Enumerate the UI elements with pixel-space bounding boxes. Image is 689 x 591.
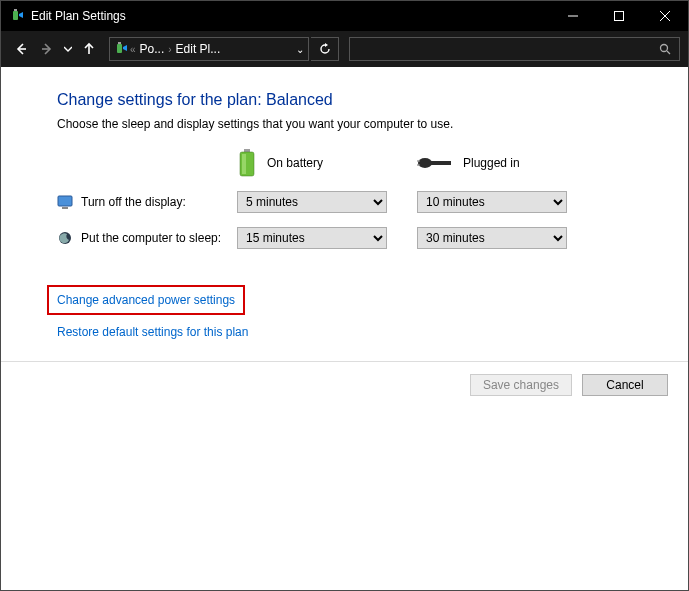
svg-rect-1	[14, 9, 17, 11]
svg-rect-10	[118, 42, 121, 44]
svg-rect-13	[244, 149, 250, 152]
titlebar: Edit Plan Settings	[1, 1, 688, 31]
settings-grid: On battery Plugged in Turn off the displ…	[57, 149, 672, 249]
app-icon	[9, 8, 25, 24]
col-battery-label: On battery	[267, 156, 323, 170]
search-box[interactable]	[349, 37, 680, 61]
window-title: Edit Plan Settings	[31, 9, 550, 23]
col-on-battery: On battery	[237, 149, 397, 177]
svg-rect-3	[615, 12, 624, 21]
links-area: Change advanced power settings Restore d…	[57, 285, 672, 339]
svg-rect-9	[117, 44, 122, 53]
svg-rect-17	[431, 161, 451, 165]
svg-point-16	[418, 158, 432, 168]
address-bar[interactable]: « Po... › Edit Pl... ⌄	[109, 37, 309, 61]
footer: Save changes Cancel	[1, 361, 688, 407]
link-advanced[interactable]: Change advanced power settings	[57, 293, 235, 307]
chevron-right-icon: ›	[166, 44, 173, 55]
display-battery-select[interactable]: 5 minutes	[237, 191, 387, 213]
svg-point-11	[661, 45, 668, 52]
content-pane: Change settings for the plan: Balanced C…	[1, 67, 688, 361]
svg-rect-20	[58, 196, 72, 206]
refresh-button[interactable]	[311, 37, 339, 61]
back-button[interactable]	[9, 37, 33, 61]
col-plugged-label: Plugged in	[463, 156, 520, 170]
svg-rect-15	[242, 154, 246, 174]
row-display-label: Turn off the display:	[81, 195, 186, 209]
minimize-button[interactable]	[550, 1, 596, 31]
display-plugged-select[interactable]: 10 minutes	[417, 191, 567, 213]
link-restore[interactable]: Restore default settings for this plan	[57, 325, 248, 339]
col-plugged-in: Plugged in	[417, 155, 577, 171]
page-heading: Change settings for the plan: Balanced	[57, 91, 672, 109]
row-sleep-label: Put the computer to sleep:	[81, 231, 221, 245]
svg-rect-21	[62, 207, 68, 209]
navbar: « Po... › Edit Pl... ⌄	[1, 31, 688, 67]
breadcrumb-1[interactable]: Po...	[138, 42, 167, 56]
sleep-plugged-select[interactable]: 30 minutes	[417, 227, 567, 249]
page-subtext: Choose the sleep and display settings th…	[57, 117, 672, 131]
highlight-annotation: Change advanced power settings	[47, 285, 245, 315]
close-button[interactable]	[642, 1, 688, 31]
power-icon	[114, 42, 128, 56]
window-controls	[550, 1, 688, 31]
forward-button[interactable]	[35, 37, 59, 61]
search-icon	[659, 43, 671, 55]
address-dropdown[interactable]: ⌄	[296, 44, 304, 55]
sleep-icon	[57, 230, 73, 246]
save-button[interactable]: Save changes	[470, 374, 572, 396]
cancel-button[interactable]: Cancel	[582, 374, 668, 396]
row-display: Turn off the display:	[57, 194, 237, 210]
display-icon	[57, 194, 73, 210]
battery-icon	[237, 149, 257, 177]
up-button[interactable]	[77, 37, 101, 61]
plug-icon	[417, 155, 453, 171]
svg-line-12	[667, 51, 670, 54]
svg-rect-0	[13, 11, 18, 20]
breadcrumb-2[interactable]: Edit Pl...	[174, 42, 223, 56]
maximize-button[interactable]	[596, 1, 642, 31]
sleep-battery-select[interactable]: 15 minutes	[237, 227, 387, 249]
row-sleep: Put the computer to sleep:	[57, 230, 237, 246]
breadcrumb-sep: «	[128, 44, 138, 55]
recent-dropdown[interactable]	[61, 37, 75, 61]
